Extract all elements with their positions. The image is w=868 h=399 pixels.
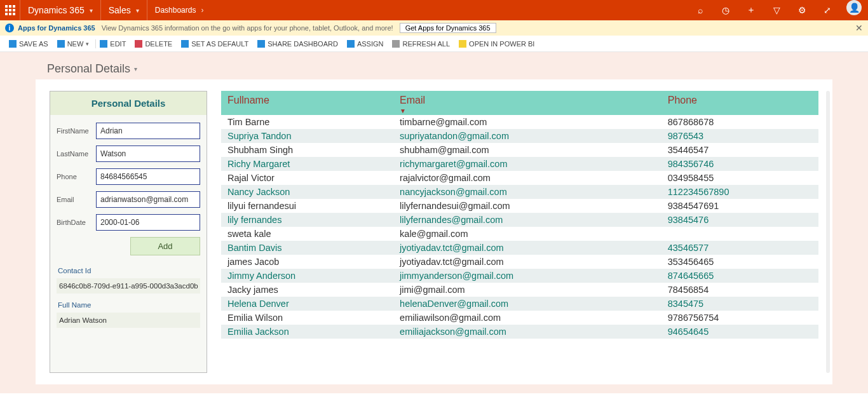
cmd-label: EDIT [110, 40, 126, 48]
apps-link[interactable]: Apps for Dynamics 365 [18, 24, 95, 32]
close-infobar-button[interactable]: ✕ [855, 23, 863, 33]
table-row[interactable]: Bantim Davisjyotiyadav.tct@gmail.com4354… [221, 241, 818, 255]
cell-email: helenaDenver@gmail.com [393, 297, 661, 311]
expand-button[interactable]: ⤢ [815, 0, 840, 20]
cell-phone: 034958455 [661, 171, 818, 185]
page-title-dropdown[interactable]: Personal Details ▾ [0, 56, 868, 79]
spacer [211, 0, 688, 20]
cell-name: Jacky james [221, 283, 393, 297]
save-as-button[interactable]: SAVE AS [9, 40, 48, 48]
contacts-table: Fullname Email▼ Phone Tim Barnetimbarne@… [221, 91, 818, 339]
email-input[interactable] [96, 191, 200, 208]
cell-name: Rajal Victor [221, 171, 393, 185]
table-row[interactable]: lily fernandeslilyfernandes@gmail.com938… [221, 213, 818, 227]
info-bar: i Apps for Dynamics 365 View Dynamics 36… [0, 20, 868, 36]
table-row[interactable]: lilyui fernandesuililyfernandesui@gmail.… [221, 199, 818, 213]
col-label: Email [400, 95, 425, 105]
module-menu[interactable]: Sales ▾ [101, 0, 147, 20]
add-button[interactable]: Add [130, 237, 200, 255]
delete-icon [135, 40, 142, 48]
col-fullname[interactable]: Fullname [221, 91, 393, 115]
table-row[interactable]: Tim Barnetimbarne@gmail.com867868678 [221, 115, 818, 129]
edit-button[interactable]: EDIT [100, 40, 126, 48]
phone-label: Phone [57, 173, 96, 180]
brand-menu[interactable]: Dynamics 365 ▾ [20, 0, 101, 20]
funnel-icon: ▽ [773, 5, 780, 15]
info-description: View Dynamics 365 information on the go … [102, 24, 393, 32]
personal-details-form: Personal Details FirstName LastName Phon… [50, 91, 207, 373]
breadcrumb[interactable]: Dashboards › [147, 0, 212, 20]
table-row[interactable]: Rajal Victorrajalvictor@gmail.com0349584… [221, 171, 818, 185]
table-row[interactable]: Emilia Wilsonemiliawilson@gmail.com97867… [221, 311, 818, 325]
cell-phone: 78456854 [661, 283, 818, 297]
table-row[interactable]: sweta kalekale@gmail.com [221, 227, 818, 241]
phone-input[interactable] [96, 168, 200, 185]
table-row[interactable]: Supriya Tandonsupriyatandon@gmail.com987… [221, 129, 818, 143]
table-row[interactable]: Nancy Jacksonnancyjackson@gmail.com11223… [221, 185, 818, 199]
cmd-label: OPEN IN POWER BI [469, 40, 534, 48]
cell-name: james Jacob [221, 255, 393, 269]
chevron-down-icon: ▾ [136, 7, 139, 14]
secondary-header: Personal Details ▾ Personal Details Firs… [0, 52, 868, 393]
get-apps-button[interactable]: Get Apps for Dynamics 365 [400, 23, 496, 33]
col-email[interactable]: Email▼ [393, 91, 661, 115]
user-avatar[interactable]: 👤 [846, 0, 862, 15]
cell-email: jimi@gmail.com [393, 283, 661, 297]
expand-icon: ⤢ [824, 5, 831, 15]
powerbi-button[interactable]: OPEN IN POWER BI [459, 40, 534, 48]
cell-email: kale@gmail.com [393, 227, 661, 241]
user-icon: 👤 [849, 3, 860, 13]
settings-button[interactable]: ⚙ [789, 0, 815, 20]
new-dashboard-button[interactable]: NEW▾ [57, 40, 90, 48]
table-row[interactable]: james Jacobjyotiyadav.tct@gmail.com35345… [221, 255, 818, 269]
cell-email: emiliajackson@gmail.com [393, 325, 661, 339]
birthdate-input[interactable] [96, 214, 200, 231]
cell-phone: 9384547691 [661, 199, 818, 213]
email-label: Email [57, 196, 96, 203]
new-button[interactable]: ＋ [738, 0, 764, 20]
cell-name: Helena Denver [221, 297, 393, 311]
assign-button[interactable]: ASSIGN [347, 40, 384, 48]
assign-icon [347, 40, 355, 48]
search-button[interactable]: ⌕ [688, 0, 713, 20]
cell-name: lilyui fernandesui [221, 199, 393, 213]
plus-icon: ＋ [747, 4, 756, 16]
table-row[interactable]: Emilia Jacksonemiliajackson@gmail.com946… [221, 325, 818, 339]
cell-phone: 874645665 [661, 269, 818, 283]
cell-email: rajalvictor@gmail.com [393, 171, 661, 185]
set-default-button[interactable]: SET AS DEFAULT [181, 40, 248, 48]
table-row[interactable]: Richy Margaretrichymargaret@gmail.com984… [221, 157, 818, 171]
lastname-label: LastName [57, 150, 96, 158]
save-icon [9, 40, 17, 48]
col-label: Phone [668, 95, 697, 105]
recent-button[interactable]: ◷ [713, 0, 738, 20]
cell-phone: 8345475 [661, 297, 818, 311]
table-row[interactable]: Helena DenverhelenaDenver@gmail.com83454… [221, 297, 818, 311]
share-button[interactable]: SHARE DASHBOARD [257, 40, 338, 48]
contact-id-value: 6846c0b8-709d-e911-a995-000d3a3acd0b [57, 278, 200, 294]
refresh-button[interactable]: REFRESH ALL [392, 40, 450, 48]
cell-email: jyotiyadav.tct@gmail.com [393, 241, 661, 255]
chevron-down-icon: ▾ [86, 41, 89, 47]
chevron-right-icon: › [201, 6, 203, 15]
gear-icon: ⚙ [798, 5, 806, 15]
table-row[interactable]: Jimmy Andersonjimmyanderson@gmail.com874… [221, 269, 818, 283]
lastname-input[interactable] [96, 145, 200, 162]
filter-button[interactable]: ▽ [764, 0, 789, 20]
cell-email: nancyjackson@gmail.com [393, 185, 661, 199]
module-label: Sales [109, 5, 131, 15]
delete-button[interactable]: DELETE [135, 40, 172, 48]
col-phone[interactable]: Phone [661, 91, 818, 115]
cmd-label: SAVE AS [19, 40, 48, 48]
cmd-label: SHARE DASHBOARD [268, 40, 338, 48]
cell-email: richymargaret@gmail.com [393, 157, 661, 171]
cell-phone: 867868678 [661, 115, 818, 129]
cell-email: lilyfernandesui@gmail.com [393, 199, 661, 213]
table-row[interactable]: Shubham Singhshubham@gmail.com35446547 [221, 143, 818, 157]
col-label: Fullname [227, 95, 269, 105]
app-launcher-button[interactable] [0, 0, 20, 20]
firstname-input[interactable] [96, 123, 200, 139]
table-row[interactable]: Jacky jamesjimi@gmail.com78456854 [221, 283, 818, 297]
cell-name: Tim Barne [221, 115, 393, 129]
share-icon [257, 40, 265, 48]
